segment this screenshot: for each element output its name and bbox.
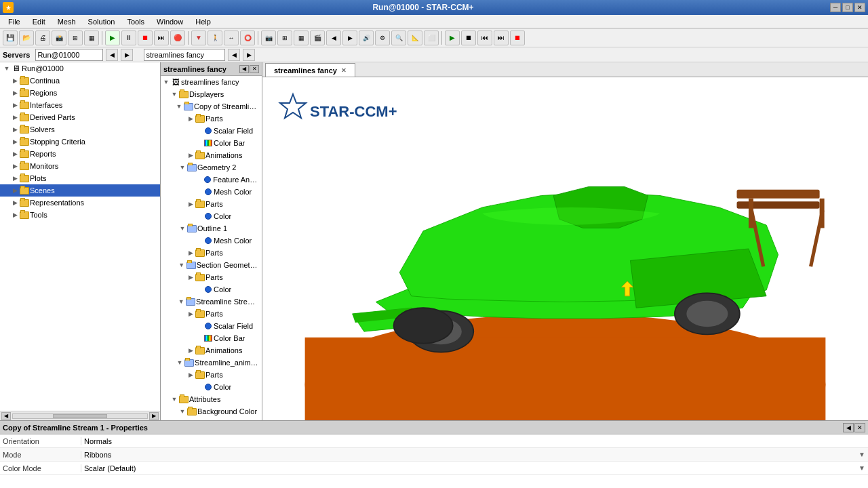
scene-btn-right[interactable]: ▶ xyxy=(243,49,255,61)
tab-close-btn[interactable]: ✕ xyxy=(341,67,347,74)
scene-copy-streamline[interactable]: ▼ Copy of Streamline Str... xyxy=(161,100,262,113)
toggle-copy-stream[interactable]: ▼ xyxy=(175,102,183,110)
color-mode-dropdown-icon[interactable]: ▼ xyxy=(859,464,865,472)
prop-value-orientation[interactable]: Normals xyxy=(81,437,868,445)
toggle-solvers[interactable]: ▶ xyxy=(11,125,19,134)
scroll-left[interactable]: ◀ xyxy=(1,412,11,420)
scene-color2[interactable]: ▶ Color xyxy=(161,210,262,222)
minimize-button[interactable]: ─ xyxy=(830,3,841,12)
toggle-outline1[interactable]: ▼ xyxy=(178,224,186,232)
probe-btn[interactable]: 🔊 xyxy=(359,30,374,45)
toggle-stream1[interactable]: ▼ xyxy=(177,298,185,306)
tree-continua[interactable]: ▶ Continua xyxy=(0,75,160,87)
scene-parts2[interactable]: ▶ Parts xyxy=(161,198,262,210)
open-button[interactable]: 📂 xyxy=(19,30,34,45)
pause-button[interactable]: ⏸ xyxy=(121,30,136,45)
tree-regions[interactable]: ▶ Regions xyxy=(0,87,160,99)
run-button[interactable]: ▶ xyxy=(105,30,120,45)
scene-mesh-color1[interactable]: ▶ Mesh Color xyxy=(161,186,262,198)
rect-btn[interactable]: ⬜ xyxy=(424,30,439,45)
walk-btn[interactable]: 🚶 xyxy=(208,30,222,45)
toggle-scene-root[interactable]: ▼ xyxy=(162,78,170,86)
toggle-bg-color[interactable]: ▼ xyxy=(178,407,186,415)
scene-parts1[interactable]: ▶ Parts xyxy=(161,113,262,125)
scene-select[interactable] xyxy=(144,49,225,61)
prop-value-color-mode[interactable]: Scalar (Default) ▼ xyxy=(81,464,868,472)
prop-value-mode[interactable]: Ribbons ▼ xyxy=(81,451,868,459)
mesh-btn[interactable]: ▼ xyxy=(191,30,206,45)
scene-root[interactable]: ▼ 🖼 streamlines fancy xyxy=(161,76,262,88)
maximize-button[interactable]: □ xyxy=(842,3,853,12)
toggle-reports[interactable]: ▶ xyxy=(11,150,19,158)
scene-btn2[interactable]: ▦ xyxy=(294,30,309,45)
toggle-anim1[interactable]: ▶ xyxy=(186,151,195,159)
move-btn[interactable]: ↔ xyxy=(224,30,239,45)
toggle-attributes[interactable]: ▼ xyxy=(170,395,178,403)
toggle-derived-parts[interactable]: ▶ xyxy=(11,113,19,121)
scene-parts4[interactable]: ▶ Parts xyxy=(161,271,262,283)
annotate-btn[interactable]: 🔍 xyxy=(391,30,406,45)
scene-parts6[interactable]: ▶ Parts xyxy=(161,369,262,381)
scene-anim2[interactable]: ▶ Animations xyxy=(161,344,262,357)
circle-btn[interactable]: ⭕ xyxy=(240,30,255,45)
grid2-button[interactable]: ▦ xyxy=(84,30,99,45)
scene-colorbar2[interactable]: ▶ Color Bar xyxy=(161,332,262,344)
tree-scenes[interactable]: ▶ Scenes xyxy=(0,184,160,197)
toggle-monitors[interactable]: ▶ xyxy=(11,162,19,170)
measure-btn[interactable]: 📐 xyxy=(408,30,422,45)
film-btn[interactable]: 🎬 xyxy=(310,30,325,45)
tree-run[interactable]: ▼ 🖥 Run@01000 xyxy=(0,62,160,75)
props-btn2[interactable]: ✕ xyxy=(854,423,865,432)
scene-scalar1[interactable]: ▶ Scalar Field xyxy=(161,125,262,137)
toggle-parts5[interactable]: ▶ xyxy=(186,310,195,318)
toggle-tools[interactable]: ▶ xyxy=(11,211,19,219)
tree-plots[interactable]: ▶ Plots xyxy=(0,172,160,184)
toggle-geo2[interactable]: ▼ xyxy=(178,163,186,171)
stop-button[interactable]: ⏹ xyxy=(138,30,153,45)
toggle-continua[interactable]: ▶ xyxy=(11,77,19,85)
props-btn1[interactable]: ◀ xyxy=(843,423,854,432)
toggle-displayers[interactable]: ▼ xyxy=(170,90,178,98)
menu-mesh[interactable]: Mesh xyxy=(52,16,81,27)
toggle-parts3[interactable]: ▶ xyxy=(186,249,195,257)
toggle-parts6[interactable]: ▶ xyxy=(186,371,195,379)
scene-parts5[interactable]: ▶ Parts xyxy=(161,308,262,320)
toggle-anim2[interactable]: ▶ xyxy=(186,346,195,354)
grid-button[interactable]: ⊞ xyxy=(68,30,83,45)
scroll-track[interactable] xyxy=(12,413,148,419)
scene-panel-minimize[interactable]: ◀ xyxy=(239,65,249,73)
tree-stopping[interactable]: ▶ Stopping Criteria xyxy=(0,136,160,148)
menu-edit[interactable]: Edit xyxy=(27,16,51,27)
scene-anim1[interactable]: ▶ Animations xyxy=(161,149,262,161)
toggle-regions[interactable]: ▶ xyxy=(11,89,19,97)
anim-stop[interactable]: ⏹ xyxy=(461,30,476,45)
menu-file[interactable]: File xyxy=(3,16,26,27)
scene-outline1[interactable]: ▼ Outline 1 xyxy=(161,222,262,235)
print-button[interactable]: 🖨 xyxy=(35,30,50,45)
anim-fwd2[interactable]: ⏭ xyxy=(494,30,509,45)
server-select[interactable] xyxy=(35,49,103,61)
server-btn1[interactable]: ◀ xyxy=(106,49,118,61)
toggle-scenes[interactable]: ▶ xyxy=(11,186,19,195)
scene-colorbar1[interactable]: ▶ Color Bar xyxy=(161,137,262,149)
scene-mesh-color2[interactable]: ▶ Mesh Color xyxy=(161,235,262,247)
toggle-stream-anims[interactable]: ▼ xyxy=(176,359,184,367)
prev-btn[interactable]: ◀ xyxy=(326,30,341,45)
scene-scalar2[interactable]: ▶ Scalar Field xyxy=(161,320,262,332)
tree-solvers[interactable]: ▶ Solvers xyxy=(0,123,160,136)
toggle-representations[interactable]: ▶ xyxy=(11,199,19,207)
toggle-run[interactable]: ▼ xyxy=(3,64,11,73)
scene-stream1[interactable]: ▼ Streamline Stream 1 xyxy=(161,296,262,308)
anim-rew[interactable]: ⏮ xyxy=(477,30,492,45)
step-button[interactable]: ⏭ xyxy=(154,30,169,45)
tree-derived-parts[interactable]: ▶ Derived Parts xyxy=(0,111,160,123)
stop2-button[interactable]: 🔴 xyxy=(170,30,185,45)
scene-section-geo1[interactable]: ▼ Section Geometry 1 xyxy=(161,259,262,271)
scene-bg-color[interactable]: ▼ Background Color xyxy=(161,405,262,418)
nav-btn[interactable]: ⚙ xyxy=(375,30,390,45)
menu-tools[interactable]: Tools xyxy=(121,16,150,27)
save-button[interactable]: 💾 xyxy=(3,30,18,45)
scroll-right[interactable]: ▶ xyxy=(149,412,159,420)
mode-dropdown-icon[interactable]: ▼ xyxy=(859,451,865,458)
scene-view[interactable]: STAR-CCM+ xyxy=(262,77,868,420)
